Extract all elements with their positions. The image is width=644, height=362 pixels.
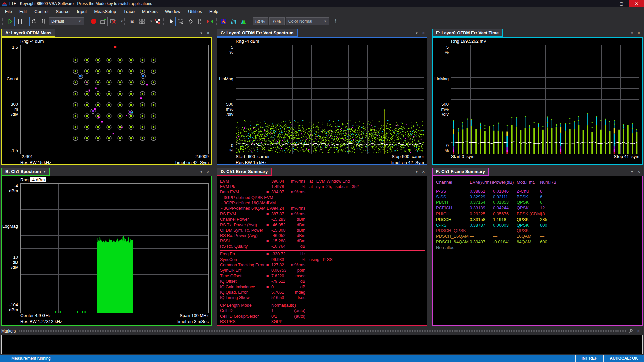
panel-b-title: B: Ch1 Spectrum bbox=[5, 169, 41, 174]
panel-menu-icon[interactable]: ▾ bbox=[200, 31, 202, 35]
error-summary-cell: = bbox=[266, 274, 269, 278]
menu-item-file[interactable]: File bbox=[1, 7, 16, 15]
panel-close-icon[interactable]: ✕ bbox=[207, 170, 210, 174]
panel-close-icon[interactable]: ✕ bbox=[422, 170, 425, 174]
couple-traces-button[interactable] bbox=[153, 17, 162, 26]
toolbar-grip[interactable] bbox=[216, 18, 217, 25]
sweep-mode-button[interactable] bbox=[39, 17, 48, 26]
panel-menu-icon[interactable]: ▾ bbox=[631, 31, 633, 35]
menu-item-edit[interactable]: Edit bbox=[16, 7, 31, 15]
markers-header: Markers ✕ bbox=[1, 328, 643, 335]
layout-button[interactable] bbox=[138, 17, 147, 26]
toolbar-grip[interactable] bbox=[86, 18, 87, 25]
error-summary-cell: CP Length Mode bbox=[220, 303, 252, 308]
error-summary-cell: Data EVM bbox=[220, 190, 239, 194]
marker-to-peak-button[interactable] bbox=[206, 17, 215, 26]
spectrum-plot[interactable] bbox=[20, 183, 209, 313]
toolbar-grip[interactable] bbox=[2, 18, 4, 25]
close-recording-button[interactable] bbox=[108, 17, 117, 26]
markers-close-icon[interactable]: ✕ bbox=[637, 329, 640, 334]
trace-style-button[interactable] bbox=[239, 17, 248, 26]
frame-summary-cell: 18 bbox=[540, 211, 545, 216]
restart-button[interactable] bbox=[29, 17, 38, 26]
error-summary-row: SyncCorr=99.933%using P-SS bbox=[220, 257, 425, 263]
panel-tab-d[interactable]: D: Ch1 Error Summary bbox=[217, 168, 272, 176]
autocal-status[interactable]: AUTOCAL: OK bbox=[603, 355, 644, 362]
menu-item-trace[interactable]: Trace bbox=[120, 7, 138, 15]
menu-item-window[interactable]: Window bbox=[161, 7, 184, 15]
panel-menu-icon[interactable]: ▾ bbox=[416, 31, 418, 35]
panel-close-icon[interactable]: ✕ bbox=[207, 31, 210, 35]
panel-close-icon[interactable]: ✕ bbox=[637, 170, 640, 174]
chevron-down-icon[interactable]: ▼ bbox=[120, 20, 123, 23]
y-axis-div: 300 m /div bbox=[11, 102, 18, 117]
position-percent-field[interactable]: 0 % bbox=[269, 17, 285, 25]
band-marker-button[interactable] bbox=[196, 17, 205, 26]
record-button[interactable] bbox=[89, 17, 98, 26]
panel-menu-icon[interactable]: ▾ bbox=[631, 170, 633, 174]
error-summary-cell: IQ Quad. Error bbox=[220, 290, 248, 295]
panel-a-title: A: Layer0 OFDM Meas bbox=[5, 30, 51, 35]
error-summary-cell: = bbox=[266, 190, 269, 194]
panel-tab-a[interactable]: A: Layer0 OFDM Meas bbox=[1, 29, 55, 37]
panel-tab-e[interactable]: E: Layer0 OFDM Err Vect Time bbox=[432, 29, 503, 37]
color-mode-dropdown[interactable]: Color Normal ▼ bbox=[286, 17, 329, 25]
chevron-down-icon[interactable]: ▼ bbox=[150, 20, 153, 23]
panel-tab-c[interactable]: C: Layer0 OFDM Err Vect Spectrum bbox=[217, 29, 298, 37]
error-summary-cell: - 3GPP-defined QPSK EVM bbox=[220, 195, 273, 200]
recall-recording-button[interactable] bbox=[99, 17, 108, 26]
menu-item-markers[interactable]: Markers bbox=[138, 7, 161, 15]
range-value-highlighted[interactable]: -4 dBm bbox=[30, 177, 46, 182]
panel-menu-icon[interactable]: ▾ bbox=[416, 170, 418, 174]
select-tool-button[interactable] bbox=[167, 17, 176, 26]
bold-markers-button[interactable]: B bbox=[128, 17, 137, 26]
overlap-percent-field[interactable]: 50 % bbox=[253, 17, 268, 25]
menu-item-input[interactable]: Input bbox=[73, 7, 90, 15]
error-summary-cell: RS Rx. Quality bbox=[220, 244, 248, 249]
toolbar-grip[interactable] bbox=[163, 18, 165, 25]
spectrogram-button[interactable] bbox=[219, 17, 228, 26]
play-button[interactable] bbox=[6, 17, 15, 26]
error-vector-time-plot[interactable] bbox=[451, 45, 639, 154]
waterfall-button[interactable] bbox=[229, 17, 238, 26]
toolbar-grip[interactable] bbox=[124, 18, 126, 25]
error-summary-row: RSSI=-15.288dBm bbox=[220, 239, 425, 244]
toolbar-grip[interactable] bbox=[331, 18, 332, 25]
panel-tab-b[interactable]: B: Ch1 Spectrum ▼ bbox=[1, 168, 50, 176]
constellation-plot[interactable] bbox=[20, 45, 209, 154]
color-mode-value: Color Normal bbox=[288, 19, 312, 24]
panel-close-icon[interactable]: ✕ bbox=[637, 31, 640, 35]
error-summary-row: Data EVM=394.07m%rms bbox=[220, 190, 425, 195]
error-summary-cell: dB bbox=[286, 285, 305, 289]
marker-shape-button[interactable] bbox=[186, 17, 195, 26]
preset-dropdown[interactable]: Default ▼ bbox=[49, 17, 84, 25]
menu-item-meassetup[interactable]: MeasSetup bbox=[90, 7, 120, 15]
frame-summary-cell: 0.38787 bbox=[470, 223, 485, 228]
panel-menu-icon[interactable]: ▾ bbox=[200, 170, 202, 174]
maximize-button[interactable]: ▢ bbox=[614, 0, 629, 7]
reference-status[interactable]: INT REF bbox=[575, 355, 603, 362]
mountain-icon bbox=[240, 18, 246, 24]
menu-item-source[interactable]: Source bbox=[52, 7, 73, 15]
panel-close-icon[interactable]: ✕ bbox=[422, 31, 425, 35]
error-summary-cell: = bbox=[266, 217, 269, 222]
panel-tab-f[interactable]: F: Ch1 Frame Summary bbox=[432, 168, 489, 176]
error-summary-row: Common Tracking Error=127.82m%rms bbox=[220, 263, 425, 268]
markers-content[interactable] bbox=[1, 335, 643, 354]
menu-item-help[interactable]: Help bbox=[206, 7, 222, 15]
frame-summary-row: PDCCH0.331581.1918QPSK285 bbox=[436, 217, 640, 223]
error-summary-cell: -15.288 bbox=[271, 239, 285, 243]
toolbar-grip[interactable] bbox=[26, 18, 27, 25]
menu-item-utilities[interactable]: Utilities bbox=[184, 7, 206, 15]
frame-summary-cell: 0.05676 bbox=[493, 211, 509, 216]
pause-button[interactable] bbox=[15, 17, 24, 26]
menu-item-control[interactable]: Control bbox=[31, 7, 52, 15]
markers-drag-handle[interactable] bbox=[19, 330, 626, 333]
close-button[interactable]: ✕ bbox=[629, 0, 644, 7]
plot-canvas bbox=[236, 45, 424, 154]
minimize-button[interactable]: – bbox=[599, 0, 614, 7]
pin-icon[interactable] bbox=[629, 329, 633, 333]
zoom-select-button[interactable] bbox=[176, 17, 185, 26]
error-vector-spectrum-plot[interactable] bbox=[236, 45, 424, 154]
toolbar-overflow-icon[interactable]: ⁞ bbox=[334, 19, 338, 24]
